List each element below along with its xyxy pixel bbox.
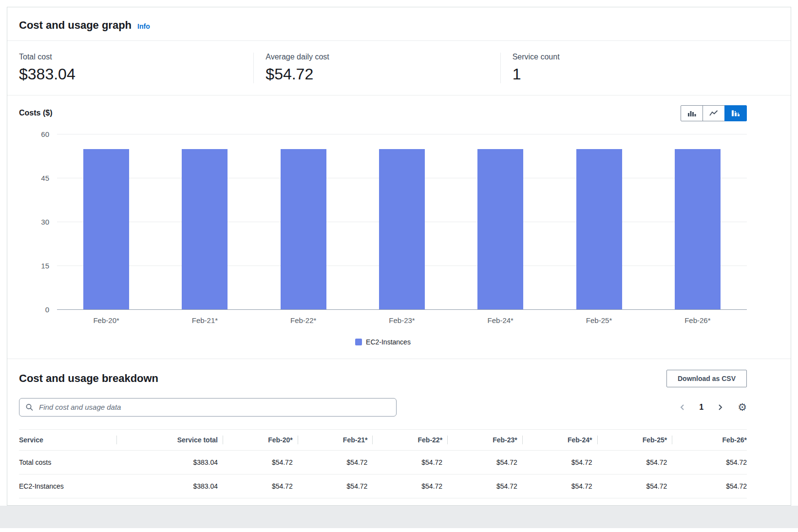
- y-tick-label: 60: [41, 130, 49, 138]
- bar-slot: [648, 134, 747, 309]
- plot-column: Feb-20*Feb-21*Feb-22*Feb-23*Feb-24*Feb-2…: [57, 134, 747, 324]
- cost-cell: $54.72: [597, 450, 672, 474]
- cost-cell: $54.72: [298, 450, 373, 474]
- chart-y-axis-title: Costs ($): [19, 109, 52, 117]
- stat-value: $54.72: [266, 65, 500, 83]
- chart-section: Costs ($): [7, 95, 791, 359]
- stat-label: Average daily cost: [266, 53, 500, 61]
- stacked-bar-chart-toggle-button[interactable]: [724, 105, 747, 121]
- stat-label: Total cost: [19, 53, 253, 61]
- cost-cell: $54.72: [372, 474, 447, 498]
- bars-row: [57, 134, 747, 309]
- x-axis: Feb-20*Feb-21*Feb-22*Feb-23*Feb-24*Feb-2…: [57, 316, 747, 324]
- bar-slot: [353, 134, 451, 309]
- legend-label[interactable]: EC2-Instances: [366, 338, 411, 346]
- table-body: Total costs$383.04$54.72$54.72$54.72$54.…: [19, 450, 747, 498]
- bar-Feb-23[interactable]: [379, 149, 425, 309]
- service-name-cell: EC2-Instances: [19, 474, 116, 498]
- stat-value: $383.04: [19, 65, 253, 83]
- search-box: [19, 398, 397, 417]
- search-icon: [25, 403, 34, 411]
- chart-plot: [57, 134, 747, 309]
- cost-cell: $54.72: [522, 474, 597, 498]
- next-page-button[interactable]: [716, 403, 724, 411]
- bar-Feb-25[interactable]: [576, 149, 622, 309]
- line-chart-icon: [709, 110, 718, 117]
- x-tick-label: Feb-22*: [254, 316, 353, 324]
- column-header-service-total: Service total: [116, 429, 223, 450]
- cost-cell: $54.72: [447, 450, 522, 474]
- column-header-feb-21: Feb-21*: [298, 429, 373, 450]
- summary-stats: Total cost $383.04 Average daily cost $5…: [7, 41, 791, 95]
- table-controls: 1 ⚙: [19, 398, 747, 417]
- bar-slot: [254, 134, 353, 309]
- stat-value: 1: [513, 65, 747, 83]
- cost-cell: $54.72: [672, 474, 747, 498]
- bar-Feb-22[interactable]: [281, 149, 326, 309]
- table-header-row: ServiceService totalFeb-20*Feb-21*Feb-22…: [19, 429, 747, 450]
- bar-Feb-20[interactable]: [83, 149, 129, 309]
- previous-page-button[interactable]: [679, 403, 686, 411]
- column-header-feb-23: Feb-23*: [447, 429, 522, 450]
- chevron-left-icon: [679, 403, 686, 411]
- page-background-strip: [0, 506, 798, 528]
- x-tick-label: Feb-21*: [155, 316, 254, 324]
- column-header-feb-24: Feb-24*: [522, 429, 597, 450]
- info-link[interactable]: Info: [137, 22, 150, 30]
- current-page-number[interactable]: 1: [699, 403, 703, 412]
- cost-cell: $54.72: [223, 474, 298, 498]
- breakdown-header: Cost and usage breakdown Download as CSV: [19, 370, 747, 387]
- download-csv-button[interactable]: Download as CSV: [666, 370, 747, 387]
- column-header-feb-20: Feb-20*: [223, 429, 298, 450]
- breakdown-table: ServiceService totalFeb-20*Feb-21*Feb-22…: [19, 429, 747, 498]
- table-row: Total costs$383.04$54.72$54.72$54.72$54.…: [19, 450, 747, 474]
- bar-Feb-21[interactable]: [182, 149, 228, 309]
- y-tick-label: 0: [45, 305, 49, 313]
- legend-swatch[interactable]: [355, 339, 362, 345]
- stat-average-daily-cost: Average daily cost $54.72: [253, 53, 500, 83]
- x-tick-label: Feb-23*: [353, 316, 451, 324]
- bar-Feb-26[interactable]: [675, 149, 721, 309]
- stat-label: Service count: [513, 53, 747, 61]
- chart-toolbar: Costs ($): [19, 105, 747, 121]
- cost-cell: $54.72: [597, 474, 672, 498]
- bar-chart-toggle-button[interactable]: [681, 105, 703, 121]
- stat-service-count: Service count 1: [500, 53, 747, 83]
- page-title: Cost and usage graph: [19, 19, 132, 32]
- cost-and-usage-card: Cost and usage graph Info Total cost $38…: [7, 7, 791, 506]
- breakdown-title: Cost and usage breakdown: [19, 372, 158, 385]
- x-tick-label: Feb-26*: [648, 316, 747, 324]
- pagination: 1 ⚙: [679, 402, 747, 412]
- column-header-service: Service: [19, 429, 116, 450]
- chart-type-toggle: [681, 105, 747, 121]
- cost-cell: $54.72: [522, 450, 597, 474]
- y-tick-label: 30: [41, 217, 49, 226]
- cost-cell: $54.72: [672, 450, 747, 474]
- y-axis: 015304560: [19, 134, 57, 309]
- bar-chart-icon: [687, 110, 696, 117]
- column-header-feb-22: Feb-22*: [372, 429, 447, 450]
- bar-slot: [155, 134, 254, 309]
- gear-icon: ⚙: [738, 401, 747, 413]
- table-settings-button[interactable]: ⚙: [738, 402, 747, 412]
- y-tick-label: 15: [41, 261, 49, 269]
- bar-slot: [550, 134, 648, 309]
- bar-slot: [451, 134, 550, 309]
- table-row: EC2-Instances$383.04$54.72$54.72$54.72$5…: [19, 474, 747, 498]
- bar-chart: 015304560 Feb-20*Feb-21*Feb-22*Feb-23*Fe…: [19, 134, 747, 324]
- cost-cell: $54.72: [223, 450, 298, 474]
- bar-Feb-24[interactable]: [477, 149, 523, 309]
- breakdown-section: Cost and usage breakdown Download as CSV…: [7, 359, 791, 505]
- x-tick-label: Feb-20*: [57, 316, 155, 324]
- cost-cell: $383.04: [116, 450, 223, 474]
- cost-cell: $54.72: [447, 474, 522, 498]
- search-input[interactable]: [19, 398, 397, 417]
- stacked-bar-chart-icon: [731, 110, 740, 117]
- x-tick-label: Feb-25*: [550, 316, 648, 324]
- cost-cell: $383.04: [116, 474, 223, 498]
- line-chart-toggle-button[interactable]: [703, 105, 725, 121]
- cost-cell: $54.72: [372, 450, 447, 474]
- stat-total-cost: Total cost $383.04: [19, 53, 253, 83]
- x-tick-label: Feb-24*: [451, 316, 550, 324]
- x-axis-line: [57, 309, 747, 310]
